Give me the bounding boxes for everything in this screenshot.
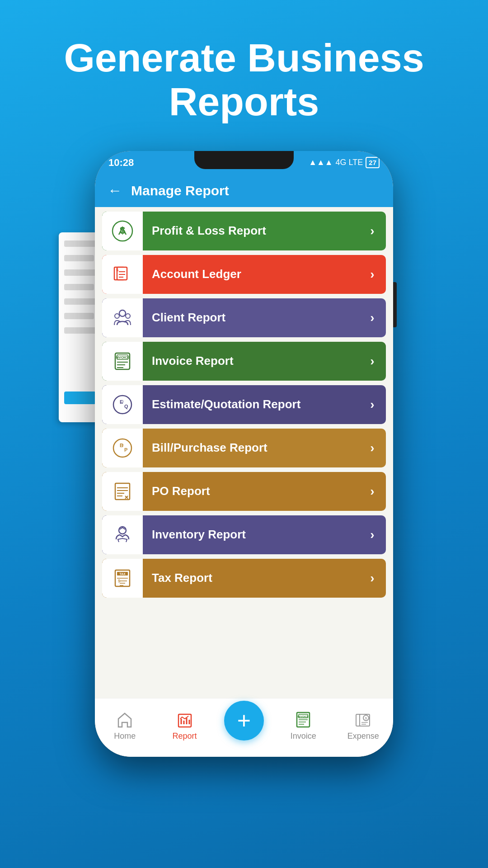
fab-plus-icon: + bbox=[237, 707, 251, 734]
expense-icon: $ bbox=[353, 710, 373, 730]
account-ledger-chevron: › bbox=[359, 267, 386, 282]
menu-list: $ Profit & Loss Report › bbox=[95, 207, 393, 698]
svg-point-9 bbox=[115, 314, 119, 318]
po-chevron: › bbox=[359, 484, 386, 499]
menu-item-estimate-report[interactable]: E / Q Estimate/Quotation Report › bbox=[102, 385, 386, 424]
menu-item-tax-report[interactable]: TAX $ Tax Report › bbox=[102, 559, 386, 598]
phone-frame: 10:28 ▲▲▲ 4G LTE 27 ← Manage Report bbox=[95, 151, 393, 757]
report-icon bbox=[175, 710, 195, 730]
svg-text:P: P bbox=[124, 447, 127, 453]
svg-rect-25 bbox=[115, 483, 130, 500]
svg-point-21 bbox=[113, 439, 131, 457]
svg-point-10 bbox=[126, 314, 130, 318]
tax-label: Tax Report bbox=[143, 571, 359, 585]
invoice-chevron: › bbox=[359, 354, 386, 368]
po-icon bbox=[111, 480, 134, 503]
nav-home[interactable]: Home bbox=[104, 710, 145, 741]
invoice-icon: INVOICE bbox=[111, 349, 134, 373]
account-ledger-label: Account Ledger bbox=[143, 267, 359, 281]
bill-purchase-label: Bill/Purchase Report bbox=[143, 441, 359, 455]
po-label: PO Report bbox=[143, 484, 359, 498]
svg-text:Q: Q bbox=[124, 404, 128, 409]
nav-report-label: Report bbox=[173, 731, 197, 741]
inventory-icon bbox=[111, 523, 134, 547]
po-icon-box bbox=[102, 472, 143, 511]
menu-item-bill-purchase[interactable]: B / P Bill/Purchase Report › bbox=[102, 429, 386, 467]
tax-icon: TAX $ bbox=[111, 566, 134, 590]
invoice-label: Invoice Report bbox=[143, 354, 359, 368]
nav-report[interactable]: Report bbox=[164, 710, 205, 741]
svg-text:/: / bbox=[122, 400, 124, 405]
back-button[interactable]: ← bbox=[108, 182, 122, 199]
bottom-nav: Home Report + bbox=[95, 698, 393, 757]
svg-text:$: $ bbox=[365, 717, 367, 720]
menu-item-inventory[interactable]: Inventory Report › bbox=[102, 515, 386, 554]
menu-item-invoice-report[interactable]: INVOICE Invoice Report › bbox=[102, 342, 386, 381]
tax-chevron: › bbox=[359, 571, 386, 585]
signal-label: 4G LTE bbox=[336, 158, 363, 167]
estimate-label: Estimate/Quotation Report bbox=[143, 397, 359, 411]
phone-notch bbox=[194, 151, 294, 169]
profit-loss-icon: $ bbox=[111, 219, 134, 243]
estimate-icon: E / Q bbox=[111, 393, 134, 416]
estimate-chevron: › bbox=[359, 397, 386, 412]
header-title: Manage Report bbox=[131, 183, 229, 198]
menu-item-client-report[interactable]: Client Report › bbox=[102, 298, 386, 337]
nav-expense[interactable]: $ Expense bbox=[343, 710, 384, 741]
svg-point-17 bbox=[113, 396, 131, 414]
svg-rect-3 bbox=[117, 267, 127, 280]
invoice-nav-icon: INVOICE bbox=[293, 710, 313, 730]
signal-icon: ▲▲▲ bbox=[309, 158, 333, 167]
profit-loss-icon-box: $ bbox=[102, 212, 143, 250]
app-header: ← Manage Report bbox=[95, 175, 393, 207]
fab-add-button[interactable]: + bbox=[224, 701, 264, 741]
status-time: 10:28 bbox=[108, 157, 134, 169]
inventory-icon-box bbox=[102, 515, 143, 554]
inventory-chevron: › bbox=[359, 528, 386, 542]
home-icon bbox=[115, 710, 135, 730]
svg-text:INVOICE: INVOICE bbox=[115, 355, 131, 359]
battery-badge: 27 bbox=[366, 157, 380, 168]
phone-screen: 10:28 ▲▲▲ 4G LTE 27 ← Manage Report bbox=[95, 151, 393, 757]
svg-text:TAX: TAX bbox=[119, 572, 126, 576]
tax-icon-box: TAX $ bbox=[102, 559, 143, 598]
profit-loss-label: Profit & Loss Report bbox=[143, 224, 359, 238]
menu-item-profit-loss[interactable]: $ Profit & Loss Report › bbox=[102, 212, 386, 250]
account-ledger-icon: $ bbox=[111, 263, 134, 286]
power-button bbox=[393, 282, 397, 327]
page-title-block: Generate Business Reports bbox=[37, 0, 451, 124]
svg-text:/: / bbox=[122, 443, 124, 448]
svg-text:INVOICE: INVOICE bbox=[298, 715, 309, 718]
nav-expense-label: Expense bbox=[347, 731, 379, 741]
status-icons: ▲▲▲ 4G LTE 27 bbox=[309, 157, 380, 168]
menu-item-po-report[interactable]: PO Report › bbox=[102, 472, 386, 511]
profit-loss-chevron: › bbox=[359, 224, 386, 238]
svg-text:$: $ bbox=[116, 268, 118, 272]
bill-purchase-chevron: › bbox=[359, 441, 386, 455]
nav-invoice[interactable]: INVOICE Invoice bbox=[283, 710, 324, 741]
invoice-icon-box: INVOICE bbox=[102, 342, 143, 381]
client-icon-box bbox=[102, 298, 143, 337]
menu-item-account-ledger[interactable]: $ Account Ledger › bbox=[102, 255, 386, 294]
nav-invoice-label: Invoice bbox=[291, 731, 316, 741]
account-ledger-icon-box: $ bbox=[102, 255, 143, 294]
phone-mockup: 10:28 ▲▲▲ 4G LTE 27 ← Manage Report bbox=[95, 151, 393, 757]
bill-icon-box: B / P bbox=[102, 429, 143, 467]
client-icon bbox=[111, 306, 134, 330]
client-chevron: › bbox=[359, 311, 386, 325]
estimate-icon-box: E / Q bbox=[102, 385, 143, 424]
nav-home-label: Home bbox=[114, 731, 136, 741]
svg-point-8 bbox=[119, 310, 126, 316]
client-label: Client Report bbox=[143, 311, 359, 325]
main-heading: Generate Business Reports bbox=[37, 36, 451, 124]
inventory-label: Inventory Report bbox=[143, 528, 359, 542]
bill-icon: B / P bbox=[111, 436, 134, 460]
